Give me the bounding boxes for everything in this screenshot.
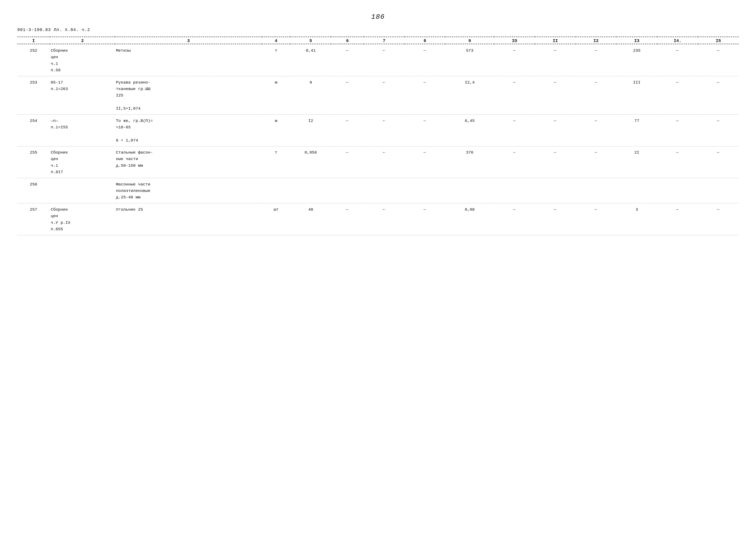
cell-6-4: шт: [262, 204, 290, 235]
cell-5-6: [331, 179, 364, 203]
cell-3-12: ←: [576, 115, 616, 146]
page-number: 186: [17, 13, 739, 21]
cell-6-1: 257: [17, 204, 50, 235]
cell-1-6: ←: [331, 45, 364, 76]
cell-3-8: ←: [405, 115, 445, 146]
cell-2-4: м: [262, 77, 290, 114]
cell-5-15: [698, 179, 739, 203]
cell-3-14: ←: [657, 115, 698, 146]
cell-6-9: 0,08: [445, 204, 494, 235]
cell-2-13: III: [616, 77, 657, 114]
cell-4-5: 0,056: [290, 147, 331, 178]
table-header-top: I 2 3 4 5 6 7 8 9 IO II I2 I3 I4. I5: [17, 37, 739, 44]
cell-5-5: [290, 179, 331, 203]
cell-4-9: 376: [445, 147, 494, 178]
cell-2-8: ←: [405, 77, 445, 114]
col-header-7: 7: [364, 37, 405, 44]
cell-5-7: [364, 179, 405, 203]
cell-2-10: ←: [494, 77, 535, 114]
cell-1-9: 573: [445, 45, 494, 76]
cell-6-10: ←: [494, 204, 535, 235]
cell-1-15: ←: [698, 45, 739, 76]
col-header-9: 9: [445, 37, 494, 44]
col-header-5: 5: [290, 37, 331, 44]
cell-5-2: [50, 179, 115, 203]
cell-6-7: ←: [364, 204, 405, 235]
cell-1-3: Метизы: [115, 45, 262, 76]
cell-2-11: ←: [535, 77, 576, 114]
cell-4-10: ←: [494, 147, 535, 178]
col-header-11: II: [535, 37, 576, 44]
cell-2-15: ←: [698, 77, 739, 114]
cell-5-11: [535, 179, 576, 203]
cell-4-7: ←: [364, 147, 405, 178]
cell-6-13: 3: [616, 204, 657, 235]
cell-4-2: Сборник цен ч.1 п.8I7: [50, 147, 115, 178]
cell-1-8: ←: [405, 45, 445, 76]
doc-ref: 901-3-190.83 Лл. X.84. ч.2: [17, 27, 739, 32]
cell-2-3: Рукава резино- тканевые гр.ШШ I25 II,5•I…: [115, 77, 262, 114]
cell-2-7: ←: [364, 77, 405, 114]
cell-4-15: ←: [698, 147, 739, 178]
cell-1-12: ←: [576, 45, 616, 76]
cell-6-6: ←: [331, 204, 364, 235]
cell-3-6: ←: [331, 115, 364, 146]
cell-5-14: [657, 179, 698, 203]
cell-3-1: 254: [17, 115, 50, 146]
cell-1-5: 0,41: [290, 45, 331, 76]
cell-4-3: Стальные фасон- ные части д.50-150 мм: [115, 147, 262, 178]
cell-1-10: ←: [494, 45, 535, 76]
col-header-14: I4.: [657, 37, 698, 44]
cell-6-12: ←: [576, 204, 616, 235]
cell-4-6: ←: [331, 147, 364, 178]
cell-5-4: [262, 179, 290, 203]
col-header-1: I: [17, 37, 50, 44]
cell-4-4: т: [262, 147, 290, 178]
cell-6-3: Угольник 25: [115, 204, 262, 235]
cell-4-11: ←: [535, 147, 576, 178]
cell-5-13: [616, 179, 657, 203]
cell-1-13: 235: [616, 45, 657, 76]
cell-5-3: Фасонные части полиэтиленовые д.25-40 мм: [115, 179, 262, 203]
cell-6-15: ←: [698, 204, 739, 235]
cell-1-14: ←: [657, 45, 698, 76]
cell-3-2: —п— п.1=I55: [50, 115, 115, 146]
row-separator: [17, 235, 739, 236]
cell-6-8: ←: [405, 204, 445, 235]
cell-2-14: ←: [657, 77, 698, 114]
cell-1-11: ←: [535, 45, 576, 76]
cell-3-15: ←: [698, 115, 739, 146]
cell-2-6: ←: [331, 77, 364, 114]
col-header-10: IO: [494, 37, 535, 44]
cell-1-2: Сборник цен ч.1 п.58: [50, 45, 115, 76]
cell-3-9: 6,45: [445, 115, 494, 146]
cell-4-13: 2I: [616, 147, 657, 178]
cell-2-1: 253: [17, 77, 50, 114]
col-header-6: 6: [331, 37, 364, 44]
cell-3-4: м: [262, 115, 290, 146]
cell-3-3: То же, гр.В(П)= =10-65 6 • 1,074: [115, 115, 262, 146]
col-header-4: 4: [262, 37, 290, 44]
cell-6-2: Сборник цен ч.У р.IX п.655: [50, 204, 115, 235]
cell-4-8: ←: [405, 147, 445, 178]
cell-3-11: ←: [535, 115, 576, 146]
cell-4-12: ←: [576, 147, 616, 178]
main-table: I 2 3 4 5 6 7 8 9 IO II I2 I3 I4. I5 252…: [17, 37, 739, 236]
cell-5-10: [494, 179, 535, 203]
cell-5-1: 256: [17, 179, 50, 203]
cell-2-5: 9: [290, 77, 331, 114]
cell-5-9: [445, 179, 494, 203]
cell-2-12: ←: [576, 77, 616, 114]
cell-2-2: 05-17 п.1=263: [50, 77, 115, 114]
cell-1-7: ←: [364, 45, 405, 76]
cell-1-1: 252: [17, 45, 50, 76]
cell-5-8: [405, 179, 445, 203]
cell-4-1: 255: [17, 147, 50, 178]
cell-6-14: ←: [657, 204, 698, 235]
cell-6-5: 40: [290, 204, 331, 235]
cell-5-12: [576, 179, 616, 203]
cell-4-14: ←: [657, 147, 698, 178]
col-header-2: 2: [50, 37, 115, 44]
col-header-8: 8: [405, 37, 445, 44]
cell-3-13: 77: [616, 115, 657, 146]
